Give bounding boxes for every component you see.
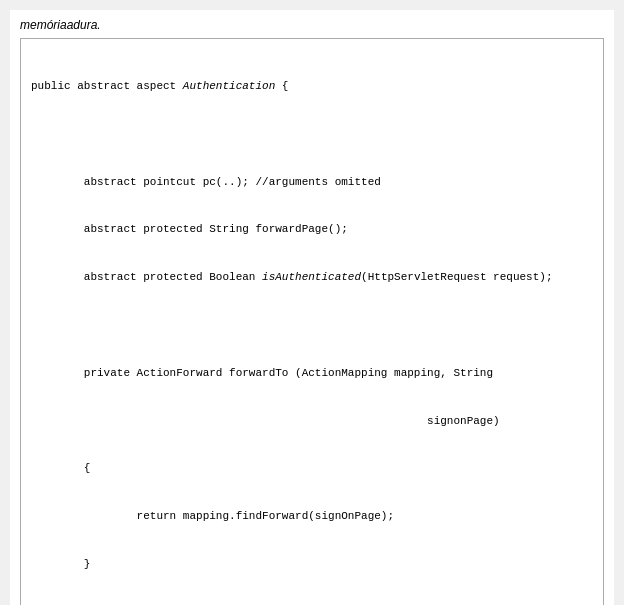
code-line-2 bbox=[31, 127, 593, 143]
code-line-7: private ActionForward forwardTo (ActionM… bbox=[31, 366, 593, 382]
code-line-6 bbox=[31, 318, 593, 334]
code-line-4: abstract protected String forwardPage(); bbox=[31, 222, 593, 238]
code-line-1: public abstract aspect Authentication { bbox=[31, 79, 593, 95]
code-line-11: } bbox=[31, 557, 593, 573]
code-line-9: { bbox=[31, 461, 593, 477]
page-heading: memóriaadura. bbox=[20, 18, 604, 32]
italic-isAuthenticated: isAuthenticated bbox=[262, 271, 361, 283]
code-block: public abstract aspect Authentication { … bbox=[20, 38, 604, 605]
code-line-10: return mapping.findForward(signOnPage); bbox=[31, 509, 593, 525]
page-container: memóriaadura. public abstract aspect Aut… bbox=[10, 10, 614, 605]
italic-Authentication: Authentication bbox=[183, 80, 275, 92]
code-line-5: abstract protected Boolean isAuthenticat… bbox=[31, 270, 593, 286]
code-line-8: signonPage) bbox=[31, 414, 593, 430]
code-line-3: abstract pointcut pc(..); //arguments om… bbox=[31, 175, 593, 191]
